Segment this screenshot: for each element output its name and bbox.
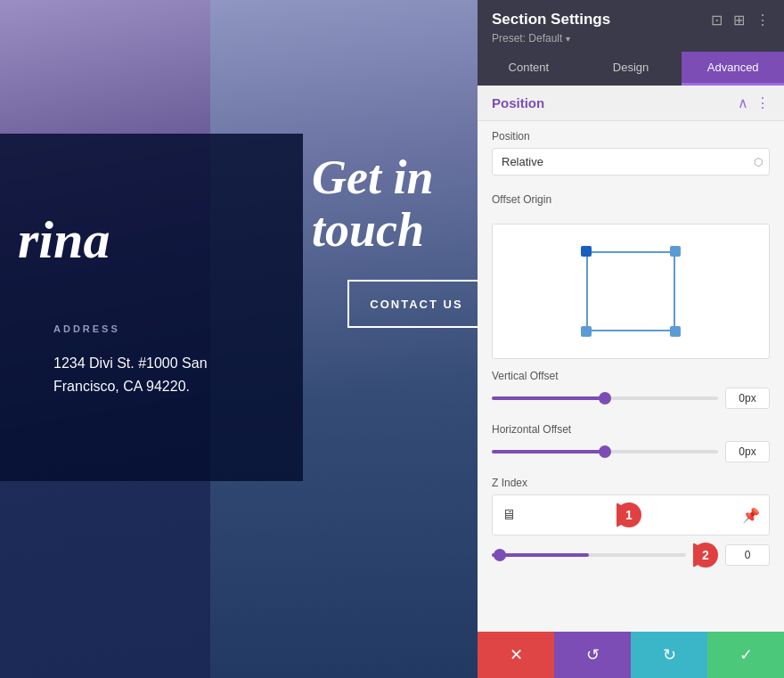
dark-overlay [0,134,303,481]
expand-icon[interactable]: ⊡ [711,12,723,29]
settings-panel: Section Settings ⊡ ⊞ ⋮ Preset: Default ▾… [478,0,784,678]
horizontal-offset-label: Horizontal Offset [492,423,770,436]
z-index-fill [492,553,589,557]
z-index-input[interactable] [725,544,770,566]
offset-origin-field: Offset Origin [478,184,784,220]
more-options-icon[interactable]: ⋮ [755,12,770,29]
annotation-2: 2 [693,543,718,568]
address-label: ADDRESS [53,323,120,334]
z-index-slider-row: 2 [492,543,770,568]
offset-origin-grid[interactable] [492,224,770,359]
vertical-offset-field: Vertical Offset [478,363,784,416]
position-section-header: Position ∧ ⋮ [478,86,784,121]
offset-origin-label: Offset Origin [492,193,770,206]
horizontal-offset-field: Horizontal Offset [478,416,784,470]
origin-dot-bottom-right[interactable] [670,326,681,337]
vertical-offset-label: Vertical Offset [492,370,770,382]
vertical-offset-slider-container [492,388,770,409]
tab-bar: Content Design Advanced [478,52,784,86]
z-index-field: Z Index 🖥 1 📌 [478,470,784,575]
cancel-button[interactable]: ✕ [478,632,554,678]
vertical-offset-input[interactable] [725,388,770,409]
horizontal-offset-slider-container [492,441,770,462]
annotation-1: 1 [617,502,641,527]
position-field: Position Relative Absolute Fixed Static … [478,121,784,184]
tab-design[interactable]: Design [580,52,682,86]
columns-icon[interactable]: ⊞ [733,12,745,29]
panel-body: Position ∧ ⋮ Position Relative Absolute … [478,86,784,632]
contact-us-button[interactable]: CONTACT US [347,280,478,328]
panel-title: Section Settings [492,11,610,29]
origin-rect [586,251,675,331]
desktop-device-icon[interactable]: 🖥 [502,507,516,523]
pin-icon[interactable]: 📌 [742,507,760,524]
vertical-offset-fill [492,396,605,400]
preview-heading: Get in touch [303,143,478,266]
section-more-icon[interactable]: ⋮ [755,94,770,111]
preview-area: rina Get in touch CONTACT US ADDRESS 123… [0,0,478,678]
z-index-track[interactable] [492,553,686,557]
z-index-thumb[interactable] [494,549,506,561]
bottom-toolbar: ✕ ↺ ↻ ✓ [478,632,784,678]
origin-dot-bottom-left[interactable] [581,326,592,337]
position-section-title: Position [492,95,544,110]
collapse-icon[interactable]: ∧ [738,94,748,111]
vertical-offset-thumb[interactable] [599,392,611,404]
redo-button[interactable]: ↻ [631,632,707,678]
tab-content[interactable]: Content [478,52,580,86]
preset-line: Preset: Default ▾ [492,32,770,45]
z-index-devices-row: 🖥 1 📌 [492,494,770,535]
horizontal-offset-track[interactable] [492,450,718,453]
marina-heading: rina [0,209,110,271]
preset-arrow-icon[interactable]: ▾ [566,34,570,44]
undo-button[interactable]: ↺ [554,632,631,678]
horizontal-offset-fill [492,450,605,453]
horizontal-offset-input[interactable] [725,441,770,462]
address-text: 1234 Divi St. #1000 San Francisco, CA 94… [53,352,208,397]
position-select-wrapper: Relative Absolute Fixed Static ⬡ [492,148,770,176]
panel-header-icons: ⊡ ⊞ ⋮ [711,12,770,29]
origin-grid-container [577,242,684,340]
position-select[interactable]: Relative Absolute Fixed Static [492,148,770,176]
position-label: Position [492,130,770,143]
panel-header: Section Settings ⊡ ⊞ ⋮ Preset: Default ▾ [478,0,784,52]
tab-advanced[interactable]: Advanced [682,52,784,86]
z-index-label: Z Index [492,477,770,489]
save-button[interactable]: ✓ [707,632,784,678]
vertical-offset-track[interactable] [492,396,718,400]
origin-dot-top-left[interactable] [581,246,592,257]
origin-dot-top-right[interactable] [670,246,681,257]
horizontal-offset-thumb[interactable] [599,445,611,458]
